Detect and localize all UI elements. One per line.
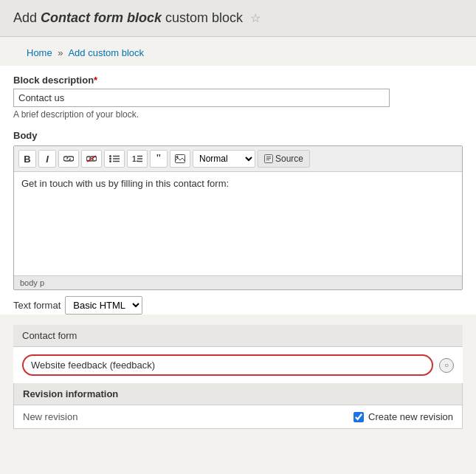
revision-section-label: Revision information (23, 388, 118, 399)
breadcrumb-current[interactable]: Add custom block (68, 47, 144, 58)
contact-select-row: ○ (22, 354, 454, 376)
editor-footer: body p (14, 275, 462, 289)
contact-form-header: Contact form (13, 325, 463, 347)
title-em: Contact form block (41, 10, 162, 25)
revision-section: Revision information New revision Create… (13, 383, 463, 429)
contact-select-circle-btn[interactable]: ○ (439, 358, 454, 373)
blockquote-button[interactable]: " (150, 150, 168, 168)
text-format-row: Text format Basic HTML Full HTML Plain t… (13, 296, 463, 315)
svg-point-1 (109, 155, 111, 157)
body-label: Body (13, 130, 463, 141)
editor-area[interactable]: Get in touch with us by filling in this … (14, 172, 462, 275)
block-description-input[interactable] (13, 89, 390, 107)
label-text: Block description (13, 75, 94, 86)
breadcrumb-separator: » (58, 47, 63, 58)
text-format-select[interactable]: Basic HTML Full HTML Plain text (65, 296, 142, 315)
text-format-label: Text format (13, 300, 61, 311)
contact-form-content: ○ (13, 347, 463, 383)
revision-sub-label: New revision (23, 411, 77, 422)
revision-header: Revision information (14, 383, 462, 405)
revision-checkbox-row: Create new revision (353, 411, 453, 422)
body-field: Body B I 1. " (13, 130, 463, 315)
main-content: Block description* A brief description o… (0, 66, 476, 315)
page-header: Add Contact form block custom block ☆ (0, 0, 476, 37)
title-prefix: Add (13, 10, 41, 25)
editor-toolbar: B I 1. " Normal (14, 146, 462, 172)
star-icon[interactable]: ☆ (250, 12, 261, 24)
svg-point-3 (109, 158, 111, 160)
contact-form-section: Contact form ○ (13, 325, 463, 383)
link-remove-button[interactable] (81, 150, 102, 168)
svg-point-5 (109, 160, 111, 162)
link-add-button[interactable] (58, 150, 79, 168)
page-title: Add Contact form block custom block ☆ (13, 10, 463, 26)
revision-checkbox-label: Create new revision (368, 411, 453, 422)
block-description-label: Block description* (13, 75, 463, 86)
revision-checkbox[interactable] (353, 412, 364, 422)
contact-form-input[interactable] (22, 354, 433, 376)
image-button[interactable] (170, 150, 190, 168)
list-ul-button[interactable] (104, 150, 125, 168)
editor-wrapper: B I 1. " Normal (13, 145, 463, 290)
source-button[interactable]: Source (258, 150, 310, 168)
source-label: Source (275, 154, 303, 164)
svg-point-12 (176, 156, 179, 158)
list-ol-button[interactable]: 1. (127, 150, 148, 168)
title-suffix: custom block (162, 10, 243, 25)
italic-button[interactable]: I (38, 150, 56, 168)
revision-content: New revision Create new revision (14, 405, 462, 428)
block-description-field: Block description* A brief description o… (13, 75, 463, 120)
breadcrumb-home[interactable]: Home (27, 47, 52, 58)
block-description-help: A brief description of your block. (13, 109, 463, 120)
format-select[interactable]: Normal Heading 1 Heading 2 Heading 3 (193, 150, 255, 168)
bold-button[interactable]: B (18, 150, 36, 168)
breadcrumb: Home » Add custom block (27, 47, 449, 58)
required-marker: * (94, 75, 97, 86)
editor-content: Get in touch with us by filling in this … (21, 178, 229, 189)
